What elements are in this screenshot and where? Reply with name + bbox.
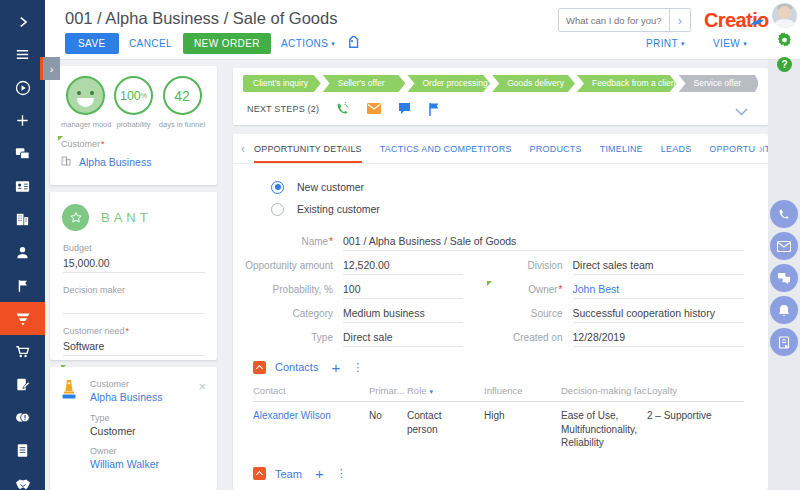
add-call-icon[interactable]: [336, 102, 350, 116]
tab-leads[interactable]: LEADS: [661, 134, 692, 164]
menu-icon[interactable]: [0, 38, 45, 71]
contracts-icon[interactable]: [0, 368, 45, 401]
settings-gear-icon[interactable]: [776, 32, 793, 53]
opportunities-icon-active[interactable]: [0, 302, 45, 335]
col-decision-factors[interactable]: Decision-making fac...: [561, 385, 647, 396]
division-field[interactable]: Direct sales team: [573, 259, 745, 275]
team-add-icon[interactable]: +: [315, 466, 324, 481]
notifications-button[interactable]: [770, 296, 798, 324]
stage-service-offer[interactable]: Service offer: [679, 75, 758, 92]
manager-mood-indicator[interactable]: manager mood: [61, 76, 109, 129]
created-on-field[interactable]: 12/28/2019: [573, 331, 745, 347]
close-icon[interactable]: ×: [198, 380, 206, 393]
run-process-icon[interactable]: [0, 71, 45, 104]
view-button[interactable]: VIEW▾: [713, 38, 747, 49]
add-task-icon[interactable]: [428, 102, 440, 116]
modified-corner-mark: [58, 136, 63, 141]
feed-icon[interactable]: [0, 137, 45, 170]
user-avatar[interactable]: [772, 3, 797, 28]
top-bar: 001 / Alpha Business / Sale of Goods › C…: [45, 0, 800, 60]
col-role[interactable]: Role▾: [407, 385, 484, 396]
days-in-funnel-indicator[interactable]: 42 days in funnel: [158, 76, 206, 129]
call-button[interactable]: [770, 200, 798, 228]
add-icon[interactable]: [0, 104, 45, 137]
contacts-icon[interactable]: [0, 170, 45, 203]
radio-new-customer[interactable]: New customer: [271, 176, 768, 198]
budget-field[interactable]: Budget 15,000.00: [63, 237, 205, 273]
sort-desc-icon[interactable]: ▾: [430, 388, 434, 395]
tab-bar: ‹ OPPORTUNITY DETAILS TACTICS AND COMPET…: [233, 134, 768, 164]
main-sidebar: [0, 0, 45, 490]
sidebar-collapse-icon[interactable]: [0, 5, 45, 38]
help-icon[interactable]: ?: [777, 57, 792, 72]
amount-field[interactable]: 12,520.00: [343, 259, 463, 275]
search-input[interactable]: [559, 9, 669, 31]
orders-icon[interactable]: [0, 335, 45, 368]
account-building-icon: [60, 153, 72, 171]
actions-button[interactable]: ACTIONS▾: [281, 38, 335, 49]
invoices-icon[interactable]: [0, 401, 45, 434]
category-field[interactable]: Medium business: [343, 307, 463, 323]
contact-link[interactable]: Alexander Wilson: [253, 410, 331, 421]
owner-link[interactable]: William Walker: [90, 458, 159, 470]
stage-sellers-offer[interactable]: Seller's offer: [323, 75, 406, 92]
tab-timeline[interactable]: TIMELINE: [600, 134, 643, 164]
tab-tactics-and-competitors[interactable]: TACTICS AND COMPETITORS: [380, 134, 512, 164]
probability-indicator[interactable]: 100% probability: [110, 76, 158, 129]
customer-need-field[interactable]: Customer need Software: [63, 320, 205, 356]
stage-order-processing[interactable]: Order processing: [407, 75, 490, 92]
customer-link[interactable]: Alpha Business: [79, 156, 151, 168]
team-menu-icon[interactable]: ⋮: [336, 467, 348, 480]
team-title: Team: [275, 468, 302, 480]
smiley-icon: [66, 76, 105, 115]
tabs-scroll-right-icon[interactable]: ›: [755, 134, 763, 164]
name-field[interactable]: 001 / Alpha Business / Sale of Goods: [343, 235, 744, 251]
customer-card-label: Customer: [90, 379, 162, 389]
feed-button[interactable]: [770, 264, 798, 292]
leads-icon[interactable]: [0, 269, 45, 302]
email-button[interactable]: [770, 232, 798, 260]
stage-goods-delivery[interactable]: Goods delivery: [492, 75, 575, 92]
partners-icon[interactable]: [0, 467, 45, 490]
search-go-icon[interactable]: ›: [669, 9, 690, 31]
type-field[interactable]: Direct sale: [343, 331, 463, 347]
probability-value: 100: [120, 89, 141, 103]
stage-feedback[interactable]: Feedback from a client: [577, 75, 677, 92]
type-value: Customer: [90, 425, 207, 437]
next-steps-collapse-icon[interactable]: [735, 102, 748, 120]
col-primary[interactable]: Primar...: [369, 385, 407, 396]
contacts-menu-icon[interactable]: ⋮: [352, 361, 364, 374]
col-contact[interactable]: Contact: [253, 385, 369, 396]
team-collapse-icon[interactable]: [253, 467, 266, 480]
accounts-icon[interactable]: [0, 203, 45, 236]
new-order-button[interactable]: NEW ORDER: [183, 33, 271, 54]
tabs-scroll-left-icon[interactable]: ‹: [241, 142, 245, 156]
add-feed-icon[interactable]: [398, 102, 411, 115]
print-button[interactable]: PRINT▾: [646, 38, 685, 49]
source-field[interactable]: Successful cooperation history: [573, 307, 745, 323]
save-button[interactable]: SAVE: [65, 33, 119, 54]
owner-field-link[interactable]: John Best: [573, 283, 620, 295]
documents-icon[interactable]: [0, 434, 45, 467]
probability-field[interactable]: 100: [343, 283, 463, 299]
radio-existing-customer[interactable]: Existing customer: [271, 198, 768, 220]
add-email-icon[interactable]: [367, 103, 381, 114]
tab-opportunity-details[interactable]: OPPORTUNITY DETAILS: [254, 134, 362, 164]
contacts-collapse-icon[interactable]: [253, 361, 266, 374]
decision-maker-field[interactable]: Decision maker: [63, 279, 205, 314]
contacts-table-row[interactable]: Alexander Wilson No Contact person High …: [253, 402, 744, 454]
stage-clients-inquiry[interactable]: Client's inquiry: [243, 75, 321, 92]
case-card-button[interactable]: [770, 328, 798, 356]
panel-handle-icon[interactable]: ›: [40, 57, 60, 80]
cancel-button[interactable]: CANCEL: [129, 38, 172, 49]
customer-card-link[interactable]: Alpha Business: [90, 391, 162, 403]
contacts-add-icon[interactable]: +: [331, 360, 340, 375]
employees-icon[interactable]: [0, 236, 45, 269]
col-influence[interactable]: Influence: [484, 385, 561, 396]
manager-mood-label: manager mood: [61, 120, 109, 129]
tag-icon[interactable]: [347, 36, 361, 54]
owner-label: Owner: [489, 284, 573, 299]
tab-products[interactable]: PRODUCTS: [530, 134, 582, 164]
col-loyalty[interactable]: Loyalty: [647, 385, 744, 396]
page-title: 001 / Alpha Business / Sale of Goods: [65, 9, 337, 28]
